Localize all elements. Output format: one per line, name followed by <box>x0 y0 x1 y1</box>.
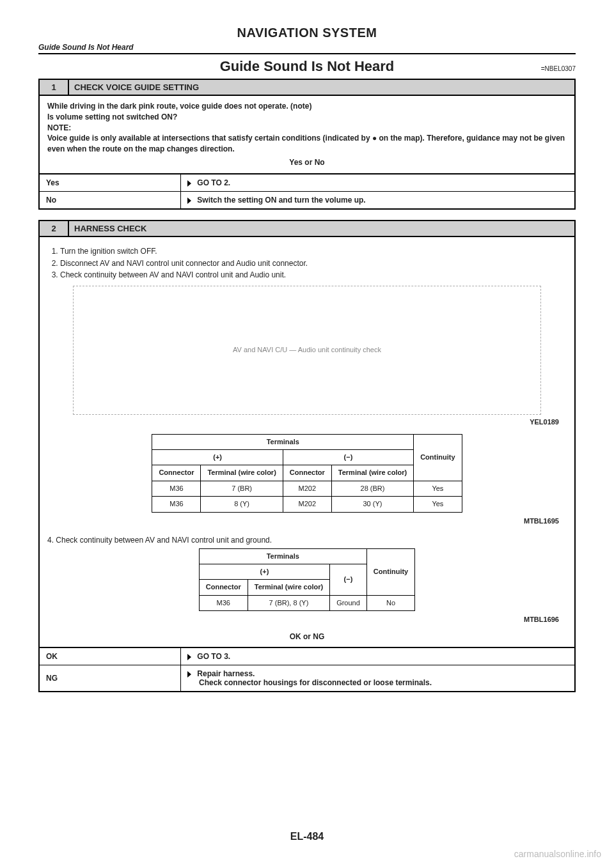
th-terminal: Terminal (wire color) <box>331 465 413 481</box>
result-left: NG <box>40 665 181 692</box>
cell: M202 <box>283 497 331 512</box>
diagram-label: AV and NAVI C/U — Audio unit continuity … <box>233 345 381 355</box>
cell: M36 <box>152 497 201 512</box>
section-title: Guide Sound Is Not Heard <box>220 58 395 75</box>
step-2-ol2: 4. Check continuity between AV and NAVI … <box>47 535 567 546</box>
step-2-result-table: OK GO TO 3. NG Repair harness. Check con… <box>40 647 574 691</box>
table-row: M36 7 (BR) M202 28 (BR) Yes <box>152 481 462 496</box>
wiring-diagram: AV and NAVI C/U — Audio unit continuity … <box>73 286 541 415</box>
result-right: Repair harness. Check connector housings… <box>181 665 575 692</box>
th-continuity: Continuity <box>366 548 414 595</box>
step-2-body: Turn the ignition switch OFF. Disconnect… <box>40 237 574 647</box>
table-row: M36 8 (Y) M202 30 (Y) Yes <box>152 497 462 512</box>
list-item: Check continuity between AV and NAVI con… <box>56 536 272 545</box>
cell: Ground <box>330 595 367 610</box>
table-row: NG Repair harness. Check connector housi… <box>40 665 574 692</box>
chevron-right-icon <box>187 654 191 660</box>
step-2-box: 2 HARNESS CHECK Turn the ignition switch… <box>38 220 576 693</box>
step-1-line2: Is volume setting not switched ON? <box>47 112 567 123</box>
cell: M202 <box>283 481 331 496</box>
result-left: No <box>40 191 181 208</box>
list-item: Check continuity between AV and NAVI con… <box>60 270 567 281</box>
step-1-header: 1 CHECK VOICE GUIDE SETTING <box>40 80 574 96</box>
continuity-table-2: Terminals Continuity (+) (−) Connector T… <box>199 548 415 612</box>
cell: 8 (Y) <box>201 497 283 512</box>
cell: Yes <box>414 481 462 496</box>
cell: M36 <box>199 595 248 610</box>
cell: 28 (BR) <box>331 481 413 496</box>
th-connector: Connector <box>283 465 331 481</box>
step-2-header: 2 HARNESS CHECK <box>40 221 574 237</box>
th-plus: (+) <box>152 449 283 465</box>
cell: No <box>366 595 414 610</box>
result-right-text: Repair harness. <box>197 669 255 678</box>
list-item: Turn the ignition switch OFF. <box>60 246 567 257</box>
table-row: M36 7 (BR), 8 (Y) Ground No <box>199 595 414 610</box>
table2-code: MTBL1696 <box>47 614 567 628</box>
th-terminal: Terminal (wire color) <box>201 465 283 481</box>
table-row: OK GO TO 3. <box>40 647 574 665</box>
step-2-label: HARNESS CHECK <box>69 221 574 236</box>
breadcrumb: Guide Sound Is Not Heard <box>38 43 576 54</box>
th-connector: Connector <box>199 580 248 595</box>
result-right-text: GO TO 2. <box>197 178 230 187</box>
table-row: Yes GO TO 2. <box>40 174 574 192</box>
result-right-text-2: Check connector housings for disconnecte… <box>199 678 432 687</box>
table1-code: MTBL1695 <box>47 515 567 530</box>
table-row: Terminals Continuity <box>199 548 414 564</box>
diagram-code: YEL0189 <box>47 417 567 431</box>
table-row: No Switch the setting ON and turn the vo… <box>40 191 574 208</box>
th-plus: (+) <box>199 564 329 580</box>
chevron-right-icon <box>187 198 191 204</box>
step-1-note-label: NOTE: <box>47 123 567 134</box>
th-terminals: Terminals <box>152 434 414 449</box>
watermark: carmanualsonline.info <box>514 849 601 859</box>
step-2-num: 2 <box>40 221 69 236</box>
result-right: GO TO 2. <box>181 174 575 192</box>
page: NAVIGATION SYSTEM Guide Sound Is Not Hea… <box>0 0 614 868</box>
result-right-text: Switch the setting ON and turn the volum… <box>197 196 365 205</box>
table2-wrap: Terminals Continuity (+) (−) Connector T… <box>47 548 567 612</box>
section-title-row: Guide Sound Is Not Heard =NBEL0307 <box>38 58 576 75</box>
step-1-line1: While driving in the dark pink route, vo… <box>47 101 567 112</box>
page-number: EL-484 <box>0 831 614 842</box>
step-1-result-label: Yes or No <box>47 155 567 171</box>
cell: M36 <box>152 481 201 496</box>
step-1-num: 1 <box>40 80 69 95</box>
step-1-label: CHECK VOICE GUIDE SETTING <box>69 80 574 95</box>
chevron-right-icon <box>187 180 191 187</box>
result-left: Yes <box>40 174 181 192</box>
th-terminal: Terminal (wire color) <box>248 580 329 595</box>
step-1-result-table: Yes GO TO 2. No Switch the setting ON an… <box>40 173 574 208</box>
result-right: Switch the setting ON and turn the volum… <box>181 191 575 208</box>
section-code: =NBEL0307 <box>541 65 576 72</box>
step-2-result-label: OK or NG <box>47 629 567 645</box>
cell: 30 (Y) <box>331 497 413 512</box>
th-minus: (−) <box>283 449 413 465</box>
result-right-text: GO TO 3. <box>197 652 230 661</box>
step-2-ol: Turn the ignition switch OFF. Disconnect… <box>47 246 567 281</box>
cell: 7 (BR), 8 (Y) <box>248 595 329 610</box>
table-row: Terminals Continuity <box>152 434 462 449</box>
cell: Yes <box>414 497 462 512</box>
step-1-box: 1 CHECK VOICE GUIDE SETTING While drivin… <box>38 79 576 210</box>
th-connector: Connector <box>152 465 201 481</box>
continuity-table-1: Terminals Continuity (+) (−) Connector T… <box>152 434 462 513</box>
cell: 7 (BR) <box>201 481 283 496</box>
system-title: NAVIGATION SYSTEM <box>38 26 576 40</box>
result-right: GO TO 3. <box>181 647 575 665</box>
th-minus: (−) <box>330 564 367 596</box>
th-continuity: Continuity <box>414 434 462 481</box>
th-terminals: Terminals <box>199 548 366 564</box>
table1-wrap: Terminals Continuity (+) (−) Connector T… <box>47 434 567 513</box>
chevron-right-icon <box>187 671 191 678</box>
step-1-body: While driving in the dark pink route, vo… <box>40 96 574 173</box>
step-1-note-text: Voice guide is only available at interse… <box>47 133 567 155</box>
result-left: OK <box>40 647 181 665</box>
list-item: Disconnect AV and NAVI control unit conn… <box>60 258 567 269</box>
